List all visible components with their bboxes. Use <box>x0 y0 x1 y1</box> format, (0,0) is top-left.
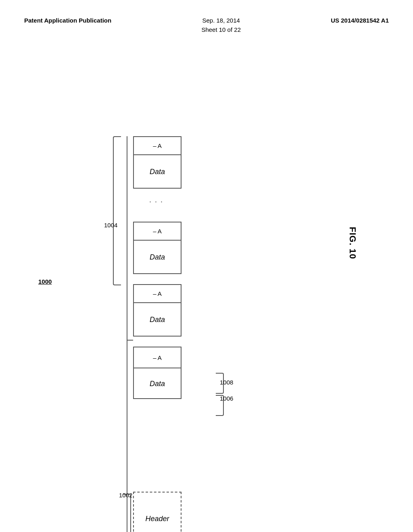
data-block-2: – A Data <box>133 222 181 274</box>
label-1006: 1006 <box>220 395 233 402</box>
data-block-4-top: – A <box>134 347 181 368</box>
label-1000: 1000 <box>38 278 52 285</box>
main-brace-svg <box>52 136 133 532</box>
data-block-3: – A Data <box>133 284 181 337</box>
ellipsis-dots: · · · <box>149 197 163 206</box>
header-sheet: Sheet 10 of 22 <box>201 25 241 35</box>
data-block-4-bottom: Data <box>134 368 181 399</box>
patent-number: US 2014/0281542 A1 <box>331 17 389 24</box>
data-block-1-top: – A <box>134 137 181 155</box>
data-block-2-top: – A <box>134 222 181 241</box>
data-block-2-bottom: Data <box>134 241 181 274</box>
header-center: Sep. 18, 2014 Sheet 10 of 22 <box>201 16 241 34</box>
page-header: Patent Application Publication Sep. 18, … <box>24 16 389 34</box>
header-block-content: Header <box>134 493 181 532</box>
data-block-3-top: – A <box>134 285 181 303</box>
header-block: Header <box>133 492 181 532</box>
data-block-1-bottom: Data <box>134 155 181 189</box>
data-block-4: – A Data <box>133 347 181 399</box>
header-date: Sep. 18, 2014 <box>201 16 241 25</box>
label-1008: 1008 <box>220 379 233 386</box>
diagram-area: FIG. 10 1000 – A Data · · · – A Data 100… <box>0 64 413 508</box>
publication-title: Patent Application Publication <box>24 17 111 24</box>
fig-label: FIG. 10 <box>347 227 358 259</box>
data-block-1: – A Data <box>133 136 181 189</box>
header-right: US 2014/0281542 A1 <box>331 16 389 25</box>
data-block-3-bottom: Data <box>134 303 181 337</box>
header-left: Patent Application Publication <box>24 16 111 25</box>
